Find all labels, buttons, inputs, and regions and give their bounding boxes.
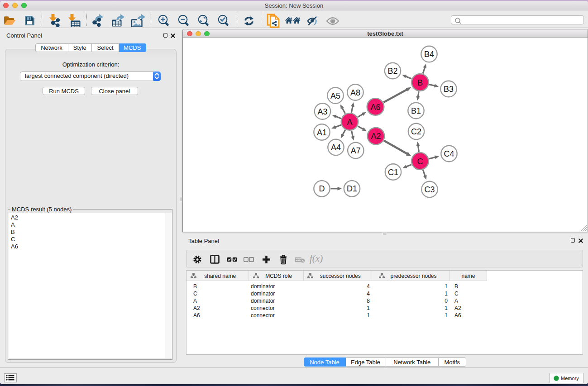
- svg-text:C4: C4: [444, 149, 454, 158]
- svg-text:D1: D1: [346, 184, 357, 193]
- svg-text:A: A: [347, 118, 352, 127]
- svg-text:B3: B3: [443, 85, 453, 94]
- svg-text:A5: A5: [330, 91, 340, 100]
- svg-text:B4: B4: [424, 50, 434, 59]
- svg-text:A7: A7: [350, 146, 360, 155]
- svg-text:B1: B1: [411, 106, 421, 115]
- svg-text:A6: A6: [370, 103, 380, 112]
- svg-text:A2: A2: [371, 132, 381, 141]
- svg-text:A3: A3: [317, 107, 327, 116]
- svg-text:D: D: [319, 184, 325, 193]
- svg-text:C3: C3: [424, 185, 435, 194]
- svg-text:A8: A8: [350, 88, 360, 97]
- svg-text:B: B: [417, 78, 422, 87]
- svg-text:B2: B2: [387, 67, 397, 76]
- svg-text:C1: C1: [387, 168, 398, 177]
- svg-text:A4: A4: [330, 143, 340, 152]
- svg-text:A1: A1: [316, 128, 326, 137]
- svg-text:C: C: [417, 157, 423, 166]
- svg-text:C2: C2: [411, 127, 421, 136]
